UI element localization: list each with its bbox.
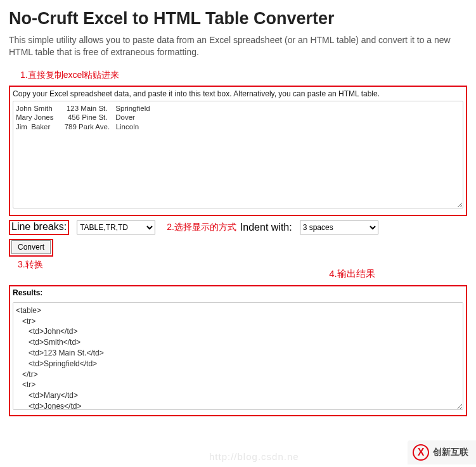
indent-with-select[interactable]: 3 spaces xyxy=(300,221,378,234)
results-output[interactable] xyxy=(13,302,463,410)
page-description: This simple utility allows you to paste … xyxy=(9,34,467,58)
input-group: Copy your Excel spreadsheet data, and pa… xyxy=(9,86,467,216)
annotation-2: 2.选择显示的方式 xyxy=(167,222,236,233)
watermark-text: http://blog.csdn.ne xyxy=(209,451,299,462)
annotation-1: 1.直接复制excel粘贴进来 xyxy=(20,70,467,81)
line-breaks-wrap: Line breaks: xyxy=(9,220,69,235)
annotation-4: 4.输出结果 xyxy=(237,268,467,280)
brand-mark-icon: X xyxy=(413,444,429,461)
line-breaks-select[interactable]: TABLE,TR,TD xyxy=(77,221,155,234)
brand-name: 创新互联 xyxy=(433,447,468,457)
line-breaks-label: Line breaks: xyxy=(11,221,67,232)
results-label: Results: xyxy=(13,288,463,297)
results-group: Results: xyxy=(9,285,467,416)
indent-with-label: Indent with: xyxy=(240,222,292,233)
brand-logo: X 创新互联 xyxy=(408,440,476,464)
page-title: No-Cruft Excel to HTML Table Converter xyxy=(9,9,467,29)
input-instruction: Copy your Excel spreadsheet data, and pa… xyxy=(13,89,463,98)
convert-wrap: Convert xyxy=(9,239,53,257)
convert-button[interactable]: Convert xyxy=(11,240,51,254)
source-input[interactable] xyxy=(13,101,463,208)
